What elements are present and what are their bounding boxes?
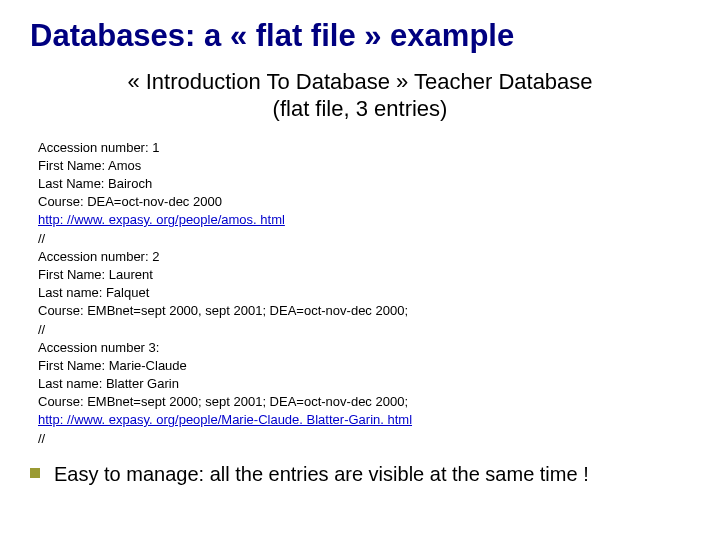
record-separator: //: [38, 321, 690, 339]
record-line: Last name: Blatter Garin: [38, 375, 690, 393]
record-line: http: //www. expasy. org/people/Marie-Cl…: [38, 411, 690, 429]
record-url-link[interactable]: http: //www. expasy. org/people/amos. ht…: [38, 212, 285, 227]
record-line: Last name: Falquet: [38, 284, 690, 302]
record-line: Accession number 3:: [38, 339, 690, 357]
record-line: http: //www. expasy. org/people/amos. ht…: [38, 211, 690, 229]
slide-title: Databases: a « flat file » example: [30, 18, 690, 54]
slide: Databases: a « flat file » example « Int…: [0, 0, 720, 540]
record-line: Course: EMBnet=sept 2000, sept 2001; DEA…: [38, 302, 690, 320]
record-line: First Name: Marie-Claude: [38, 357, 690, 375]
record-line: Accession number: 2: [38, 248, 690, 266]
record-url-link[interactable]: http: //www. expasy. org/people/Marie-Cl…: [38, 412, 412, 427]
record-line: First Name: Laurent: [38, 266, 690, 284]
bullet-text: Easy to manage: all the entries are visi…: [54, 462, 589, 486]
slide-subtitle: « Introduction To Database » Teacher Dat…: [50, 68, 670, 123]
record-line: Course: EMBnet=sept 2000; sept 2001; DEA…: [38, 393, 690, 411]
record-separator: //: [38, 430, 690, 448]
record-separator: //: [38, 230, 690, 248]
record-line: First Name: Amos: [38, 157, 690, 175]
bullet-item: Easy to manage: all the entries are visi…: [30, 462, 690, 486]
record-line: Accession number: 1: [38, 139, 690, 157]
subtitle-line-2: (flat file, 3 entries): [273, 96, 448, 121]
flat-file-records: Accession number: 1 First Name: Amos Las…: [38, 139, 690, 448]
record-line: Course: DEA=oct-nov-dec 2000: [38, 193, 690, 211]
record-line: Last Name: Bairoch: [38, 175, 690, 193]
subtitle-line-1: « Introduction To Database » Teacher Dat…: [127, 69, 592, 94]
bullet-icon: [30, 468, 40, 478]
